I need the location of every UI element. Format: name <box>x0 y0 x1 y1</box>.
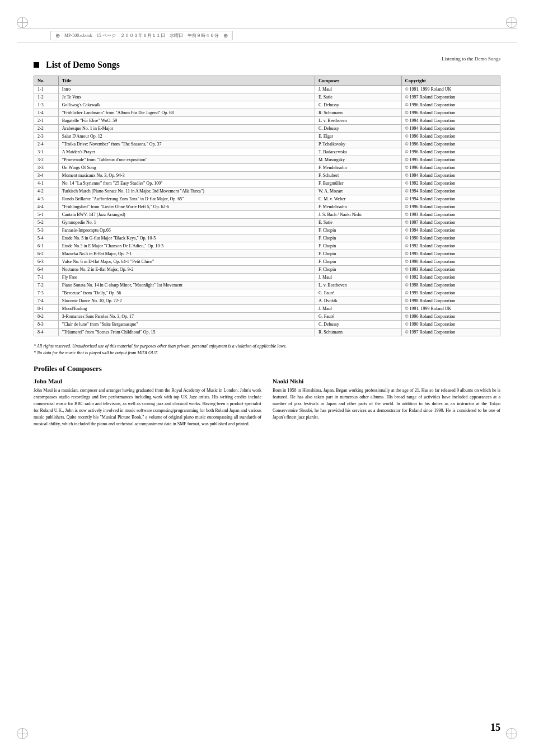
table-row: 2-3Salut D'Amour Op. 12E. Elgar© 1996 Ro… <box>34 133 500 140</box>
cell-3: © 1994 Roland Corporation <box>401 172 500 180</box>
footnotes: * All rights reserved. Unauthorized use … <box>34 343 500 356</box>
cell-2: E. Satie <box>315 219 401 227</box>
cell-3: © 1995 Roland Corporation <box>401 289 500 297</box>
cell-2: L. v. Beethoven <box>315 117 401 125</box>
cell-3: © 1997 Roland Corporation <box>401 93 500 101</box>
table-row: 7-1Fly FreeJ. Maul© 1992 Roland Corporat… <box>34 274 500 281</box>
table-row: 8-1Mood/EndingJ. Maul© 1991, 1999 Roland… <box>34 305 500 313</box>
cell-1: "Berceuse" from "Dolly," Op. 56 <box>58 289 315 297</box>
cell-2: T. Badarzewska <box>315 148 401 156</box>
section-title: List of Demo Songs <box>34 60 500 70</box>
cell-2: J. S. Bach / Naoki Nishi <box>315 211 401 219</box>
table-row: 1-2Je Te VeuxE. Satie© 1997 Roland Corpo… <box>34 93 500 101</box>
cell-0: 5-3 <box>34 227 59 234</box>
table-row: 5-1Cantata BWV. 147 (Jazz Arranged)J. S.… <box>34 211 500 219</box>
cell-1: "Frühlingslied" from "Lieder Ohne Worte … <box>58 203 315 211</box>
corner-mark-tr <box>506 17 517 28</box>
cell-2: F. Mendelssohn <box>315 164 401 172</box>
cell-3: © 1990 Roland Corporation <box>401 234 500 242</box>
table-row: 6-2Mazurka No.5 in B-flat Major, Op. 7-1… <box>34 250 500 258</box>
cell-2: J. Maul <box>315 86 401 93</box>
table-row: 8-3"Clair de lune" from "Suite Bergamasq… <box>34 321 500 328</box>
cell-2: G. Fauré <box>315 289 401 297</box>
footnote-item: * No data for the music that is played w… <box>34 350 500 356</box>
crosshair-icon-2: ⊕ <box>223 32 228 39</box>
cell-0: 4-1 <box>34 180 59 187</box>
cell-3: © 1995 Roland Corporation <box>401 156 500 164</box>
col-composer: Composer <box>315 76 401 86</box>
cell-3: © 1996 Roland Corporation <box>401 140 500 148</box>
cell-1: Slavonic Dance No. 10, Op. 72-2 <box>58 297 315 305</box>
cell-0: 7-1 <box>34 274 59 281</box>
cell-2: W. A. Mozart <box>315 187 401 195</box>
table-row: 3-2"Promenade" from "Tableaux d'une expo… <box>34 156 500 164</box>
cell-2: R. Schumann <box>315 328 401 336</box>
table-row: 8-4"Träumerei" from "Scenes From Childho… <box>34 328 500 336</box>
cell-2: C. Debussy <box>315 321 401 328</box>
cell-2: R. Schumann <box>315 109 401 117</box>
cell-0: 8-4 <box>34 328 59 336</box>
table-row: 5-2Gymnopedie No. 1E. Satie© 1997 Roland… <box>34 219 500 227</box>
profiles-title: Profiles of Composers <box>34 364 500 373</box>
cell-0: 3-2 <box>34 156 59 164</box>
col-copyright: Copyright <box>401 76 500 86</box>
cell-1: Piano Sonata No. 14 in C-sharp Minor, "M… <box>58 281 315 289</box>
cell-1: "Fröhlicher Landmann" from "Album Für Di… <box>58 109 315 117</box>
footnote-item: * All rights reserved. Unauthorized use … <box>34 343 500 350</box>
corner-mark-tl <box>17 17 28 28</box>
cell-3: © 1998 Roland Corporation <box>401 297 500 305</box>
cell-0: 8-2 <box>34 313 59 321</box>
cell-2: F. Chopin <box>315 234 401 242</box>
cell-0: 4-2 <box>34 187 59 195</box>
main-content: List of Demo Songs No. Title Composer Co… <box>34 54 500 428</box>
table-row: 5-3Fantasie-Impromptu Op.66F. Chopin© 19… <box>34 227 500 234</box>
cell-1: Salut D'Amour Op. 12 <box>58 133 315 140</box>
cell-1: Etude No. 5 in G-flat Major "Black Keys,… <box>58 234 315 242</box>
cell-3: © 1991, 1999 Roland UK <box>401 86 500 93</box>
cell-1: Arabesque No. 1 in E-Major <box>58 125 315 133</box>
cell-0: 2-4 <box>34 140 59 148</box>
cell-3: © 1993 Roland Corporation <box>401 211 500 219</box>
cell-1: Mazurka No.5 in B-flat Major, Op. 7-1 <box>58 250 315 258</box>
cell-0: 3-1 <box>34 148 59 156</box>
cell-2: F. Mendelssohn <box>315 203 401 211</box>
profile-bio-naoki-nishi: Born in 1958 in Hiroshima, Japan. Began … <box>273 387 500 421</box>
cell-1: Bagatelle "Für Elise" WoO. 59 <box>58 117 315 125</box>
cell-1: Turkisch March (Piano Sonate No. 11 in A… <box>58 187 315 195</box>
cell-3: © 1993 Roland Corporation <box>401 266 500 274</box>
cell-1: Golliwog's Cakewalk <box>58 101 315 109</box>
table-row: 6-3Valse No. 6 in D-flat Major, Op. 64-1… <box>34 258 500 266</box>
table-row: 7-3"Berceuse" from "Dolly," Op. 56G. Fau… <box>34 289 500 297</box>
section-title-icon <box>34 62 39 68</box>
cell-0: 2-1 <box>34 117 59 125</box>
page-section-label: Listening to the Demo Songs <box>442 56 500 62</box>
cell-3: © 1998 Roland Corporation <box>401 281 500 289</box>
cell-1: No. 14 "La Styrienne" from "25 Easy Stud… <box>58 180 315 187</box>
table-row: 2-1Bagatelle "Für Elise" WoO. 59L. v. Be… <box>34 117 500 125</box>
cell-2: G. Fauré <box>315 313 401 321</box>
table-row: 4-1No. 14 "La Styrienne" from "25 Easy S… <box>34 180 500 187</box>
page-number: 15 <box>490 722 500 734</box>
cell-1: "Promenade" from "Tableaux d'une exposit… <box>58 156 315 164</box>
cell-0: 1-3 <box>34 101 59 109</box>
cell-3: © 1992 Roland Corporation <box>401 180 500 187</box>
cell-3: © 1995 Roland Corporation <box>401 250 500 258</box>
cell-1: "Troika Drive: November" from "The Seaso… <box>58 140 315 148</box>
cell-2: F. Chopin <box>315 266 401 274</box>
table-row: 7-2Piano Sonata No. 14 in C-sharp Minor,… <box>34 281 500 289</box>
cell-2: C. Debussy <box>315 101 401 109</box>
top-bar-text: MP-500.e.book 15 ページ ２００３年６月１１日 水曜日 午前９時… <box>64 32 219 39</box>
cell-2: F. Chopin <box>315 250 401 258</box>
cell-1: Nocturne No. 2 in E-flat Major, Op. 9-2 <box>58 266 315 274</box>
cell-0: 7-4 <box>34 297 59 305</box>
cell-2: J. Maul <box>315 305 401 313</box>
cell-1: Gymnopedie No. 1 <box>58 219 315 227</box>
cell-0: 7-2 <box>34 281 59 289</box>
cell-0: 3-4 <box>34 172 59 180</box>
profile-john-maul: John Maul John Maul is a musician, compo… <box>34 378 261 428</box>
cell-0: 6-4 <box>34 266 59 274</box>
cell-2: F. Chopin <box>315 258 401 266</box>
cell-3: © 1996 Roland Corporation <box>401 109 500 117</box>
cell-1: Etude No.3 in E Major "Chanson De L'Adie… <box>58 242 315 250</box>
cell-3: © 1994 Roland Corporation <box>401 117 500 125</box>
